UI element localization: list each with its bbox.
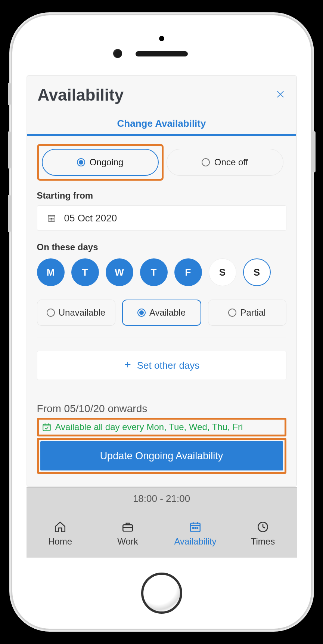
nav-availability[interactable]: Availability [162, 510, 229, 558]
day-sat[interactable]: S [209, 258, 236, 286]
svg-rect-7 [43, 424, 50, 430]
starting-date-value: 05 Oct 2020 [64, 212, 117, 224]
side-button [8, 195, 11, 232]
days-label: On these days [37, 242, 286, 252]
tab-change-availability[interactable]: Change Availability [117, 118, 206, 129]
screen: Availability Change Availability Ongoing [27, 75, 297, 558]
nav-home-label: Home [48, 536, 72, 547]
day-mon[interactable]: M [37, 258, 65, 286]
frequency-segment: Ongoing Once off [37, 144, 286, 181]
divider [27, 396, 296, 396]
calendar-check-icon [42, 422, 52, 432]
day-thu[interactable]: T [140, 258, 168, 286]
status-available-label: Available [149, 307, 186, 318]
close-icon[interactable] [275, 88, 286, 102]
background-time-label: 18:00 - 21:00 [133, 493, 190, 504]
svg-point-2 [51, 218, 52, 219]
set-other-days-button[interactable]: Set other days [37, 351, 286, 380]
status-unavailable-label: Unavailable [59, 307, 105, 318]
summary-availability-line: Available all day every Mon, Tue, Wed, T… [55, 422, 243, 432]
front-camera [113, 49, 122, 58]
radio-icon [137, 309, 146, 317]
starting-from-label: Starting from [37, 190, 286, 201]
modal-title: Availability [38, 86, 124, 104]
highlight-availability-summary: Available all day every Mon, Tue, Wed, T… [37, 418, 286, 436]
nav-times-label: Times [251, 536, 275, 547]
svg-point-3 [53, 218, 53, 219]
status-partial[interactable]: Partial [208, 300, 286, 326]
nav-availability-label: Availability [174, 536, 217, 547]
update-availability-label: Update Ongoing Availability [100, 450, 223, 462]
day-fri[interactable]: F [174, 258, 202, 286]
frequency-ongoing-label: Ongoing [90, 157, 124, 168]
status-unavailable[interactable]: Unavailable [37, 300, 115, 326]
svg-point-1 [50, 218, 50, 219]
summary-from-line: From 05/10/20 onwards [37, 403, 286, 415]
bottom-nav: Home Work Availability Times [27, 510, 297, 558]
status-row: Unavailable Available Partial [37, 300, 286, 337]
side-button [313, 131, 316, 172]
svg-point-6 [53, 220, 53, 220]
nav-home[interactable]: Home [27, 510, 94, 558]
briefcase-icon [121, 521, 134, 533]
clock-icon [257, 521, 269, 533]
starting-date-input[interactable]: 05 Oct 2020 [37, 205, 286, 231]
frequency-once-off[interactable]: Once off [167, 149, 283, 176]
availability-modal: Availability Change Availability Ongoing [27, 75, 297, 487]
phone-frame: Availability Change Availability Ongoing [12, 15, 311, 629]
frequency-once-off-label: Once off [214, 157, 248, 168]
notch-camera [159, 36, 164, 41]
highlight-update-button: Update Ongoing Availability [37, 438, 286, 474]
status-available[interactable]: Available [122, 300, 201, 326]
svg-point-4 [50, 220, 50, 220]
nav-work-label: Work [117, 536, 138, 547]
highlight-ongoing: Ongoing [37, 144, 164, 181]
radio-icon [77, 158, 85, 166]
svg-point-10 [193, 527, 194, 528]
home-button[interactable] [141, 573, 182, 614]
radio-icon [228, 309, 236, 317]
side-button [8, 83, 11, 105]
ear-speaker [136, 51, 188, 56]
plus-icon [124, 360, 132, 371]
home-icon [54, 521, 66, 533]
days-row: M T W T F S S [37, 258, 286, 286]
calendar-icon [189, 521, 202, 533]
calendar-icon [47, 214, 56, 223]
tab-bar: Change Availability [27, 107, 296, 134]
background-time-slot: 18:00 - 21:00 [27, 487, 297, 510]
modal-content: Ongoing Once off Starting from [27, 136, 296, 486]
radio-icon [202, 158, 210, 166]
modal-header: Availability [27, 76, 296, 107]
svg-point-11 [195, 527, 196, 528]
frequency-ongoing[interactable]: Ongoing [42, 149, 159, 176]
day-wed[interactable]: W [106, 258, 133, 286]
nav-times[interactable]: Times [229, 510, 297, 558]
side-button [8, 131, 11, 169]
svg-rect-8 [123, 525, 133, 531]
update-availability-button[interactable]: Update Ongoing Availability [40, 441, 283, 470]
set-other-days-label: Set other days [137, 360, 200, 371]
status-partial-label: Partial [240, 307, 265, 318]
svg-point-12 [197, 527, 198, 528]
day-tue[interactable]: T [71, 258, 99, 286]
radio-icon [47, 309, 55, 317]
day-sun[interactable]: S [243, 258, 271, 286]
svg-point-5 [51, 220, 52, 220]
nav-work[interactable]: Work [94, 510, 162, 558]
